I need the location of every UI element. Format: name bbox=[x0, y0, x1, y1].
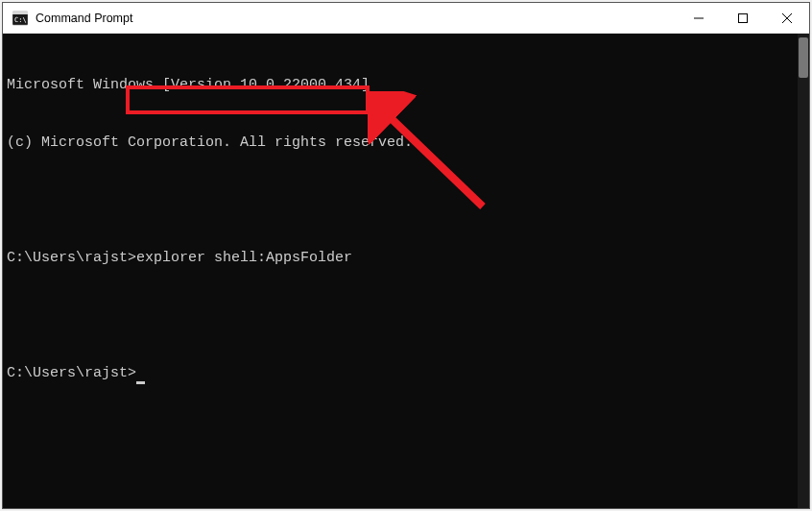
cmd-app-icon: C:\ bbox=[12, 11, 28, 26]
prompt: C:\Users\rajst> bbox=[7, 365, 136, 381]
text-cursor bbox=[136, 381, 145, 384]
blank-line bbox=[7, 191, 794, 210]
scrollbar-thumb[interactable] bbox=[799, 37, 808, 78]
blank-line bbox=[7, 306, 794, 326]
banner-line: (c) Microsoft Corporation. All rights re… bbox=[7, 134, 794, 153]
prompt: C:\Users\rajst> bbox=[7, 250, 136, 266]
svg-rect-1 bbox=[12, 12, 28, 14]
prompt-line: C:\Users\rajst>explorer shell:AppsFolder bbox=[7, 249, 794, 268]
typed-command: explorer shell:AppsFolder bbox=[136, 250, 352, 266]
prompt-line: C:\Users\rajst> bbox=[7, 364, 794, 383]
titlebar[interactable]: C:\ Command Prompt bbox=[3, 3, 809, 34]
terminal-area[interactable]: Microsoft Windows [Version 10.0.22000.43… bbox=[3, 34, 809, 508]
close-button[interactable] bbox=[765, 3, 809, 34]
svg-text:C:\: C:\ bbox=[14, 16, 27, 24]
banner-line: Microsoft Windows [Version 10.0.22000.43… bbox=[7, 76, 794, 95]
window: C:\ Command Prompt Microsoft Windows [Ve… bbox=[2, 2, 810, 509]
svg-rect-4 bbox=[739, 13, 748, 22]
minimize-button[interactable] bbox=[677, 3, 721, 34]
terminal-content[interactable]: Microsoft Windows [Version 10.0.22000.43… bbox=[3, 34, 798, 508]
maximize-button[interactable] bbox=[721, 3, 765, 34]
window-title: Command Prompt bbox=[36, 12, 132, 25]
scrollbar-track[interactable] bbox=[798, 34, 809, 508]
